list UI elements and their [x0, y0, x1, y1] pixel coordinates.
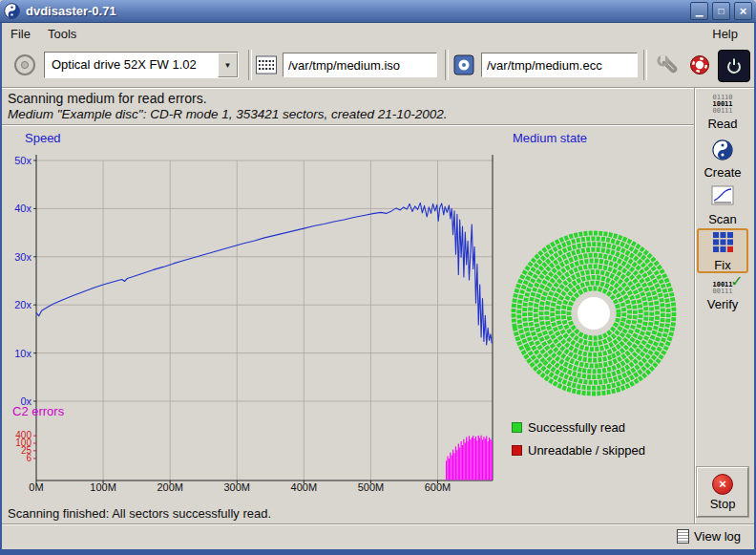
view-log-button[interactable]: View log [671, 528, 746, 544]
preferences-button[interactable] [653, 51, 682, 79]
medium-info: Medium "Example disc": CD-R mode 1, 3534… [8, 107, 448, 121]
horizontal-separator [2, 87, 754, 89]
ecc-path-input[interactable] [481, 53, 638, 77]
scan-result-message: Scanning finished: All sectors successfu… [8, 506, 271, 521]
legend-success: Successfully read [512, 420, 625, 435]
maximize-button[interactable]: □ [712, 2, 730, 20]
medium-state-label: Medium state [513, 131, 587, 145]
verify-button[interactable]: 10011 00111 ✓ Verify [697, 274, 748, 319]
menubar: File Tools Help [2, 23, 754, 44]
window-title: dvdisaster-0.71 [26, 4, 686, 18]
iso-path-input[interactable] [283, 53, 437, 77]
optical-drive-icon [12, 53, 37, 77]
app-yin-yang-icon [4, 3, 20, 19]
binary-check-icon: 10011 00111 ✓ [712, 282, 732, 295]
read-button-label: Read [707, 117, 737, 131]
toolbar: Optical drive 52X FW 1.02 ▼ [2, 44, 754, 87]
window-border [0, 549, 756, 555]
close-icon: × [740, 7, 747, 16]
view-log-label: View log [694, 529, 741, 544]
speed-chart-label: Speed [25, 131, 61, 145]
menu-help[interactable]: Help [704, 24, 746, 44]
yin-yang-icon [712, 139, 733, 163]
read-button[interactable]: 01110 10011 00111 Read [697, 90, 748, 135]
drive-button[interactable] [8, 48, 42, 82]
toolbar-separator [248, 50, 252, 80]
scan-button[interactable]: Scan [697, 182, 748, 227]
legend-skipped-swatch [512, 445, 522, 456]
maximize-icon: □ [718, 7, 724, 16]
binary-line: 00111 [712, 108, 732, 115]
menu-tools[interactable]: Tools [39, 24, 85, 44]
legend-skipped: Unreadable / skipped [512, 443, 645, 458]
medium-disc [510, 229, 678, 397]
stop-button-label: Stop [710, 497, 736, 511]
svg-text:40x: 40x [14, 203, 32, 214]
legend-success-label: Successfully read [528, 420, 625, 435]
close-button[interactable]: × [734, 2, 752, 20]
ecc-file-icon [452, 53, 475, 76]
minimize-icon: ▁ [696, 7, 704, 16]
lifebelt-icon [688, 53, 711, 76]
drive-selector[interactable]: Optical drive 52X FW 1.02 ▼ [44, 52, 239, 78]
scan-chart: 50x40x30x20x10x0x0M100M200M300M400M500M6… [8, 141, 509, 497]
status-message: Scanning medium for read errors. [8, 91, 207, 106]
binary-read-icon: 01110 10011 00111 [712, 95, 732, 115]
app-window: dvdisaster-0.71 ▁ □ × File Tools Help Op… [0, 0, 756, 555]
legend-skipped-label: Unreadable / skipped [528, 443, 645, 458]
titlebar[interactable]: dvdisaster-0.71 ▁ □ × [0, 0, 756, 23]
drive-selector-value: Optical drive 52X FW 1.02 [45, 53, 218, 77]
scan-curve-icon [711, 184, 734, 210]
svg-text:10x: 10x [14, 348, 32, 359]
fix-bricks-icon [711, 230, 734, 256]
fix-button[interactable]: Fix [697, 228, 748, 273]
power-icon [724, 56, 744, 75]
legend-success-swatch [512, 422, 522, 433]
svg-text:30x: 30x [14, 251, 32, 263]
horizontal-separator [2, 124, 694, 126]
minimize-button[interactable]: ▁ [690, 2, 708, 20]
c2-errors-label: C2 errors [12, 404, 64, 418]
svg-text:20x: 20x [14, 299, 32, 310]
svg-text:6: 6 [26, 453, 32, 463]
toolbar-separator [643, 50, 647, 80]
statusbar: View log [2, 523, 754, 549]
create-button-label: Create [704, 165, 741, 180]
wrench-icon [656, 53, 679, 76]
menu-file[interactable]: File [2, 24, 39, 44]
toolbar-separator [445, 50, 449, 80]
scan-button-label: Scan [708, 212, 737, 226]
stop-icon: × [712, 474, 733, 495]
vertical-separator [694, 88, 696, 523]
iso-image-icon [255, 53, 278, 76]
create-button[interactable]: Create [697, 137, 748, 181]
help-button[interactable] [685, 51, 714, 79]
chevron-down-icon[interactable]: ▼ [218, 53, 238, 77]
check-icon: ✓ [730, 278, 743, 285]
fix-button-label: Fix [714, 258, 730, 272]
window-border [0, 23, 2, 549]
verify-button-label: Verify [707, 297, 739, 311]
stop-button[interactable]: × Stop [697, 467, 748, 517]
quit-button[interactable] [718, 50, 750, 82]
svg-text:50x: 50x [14, 155, 32, 166]
view-log-icon [677, 529, 689, 544]
